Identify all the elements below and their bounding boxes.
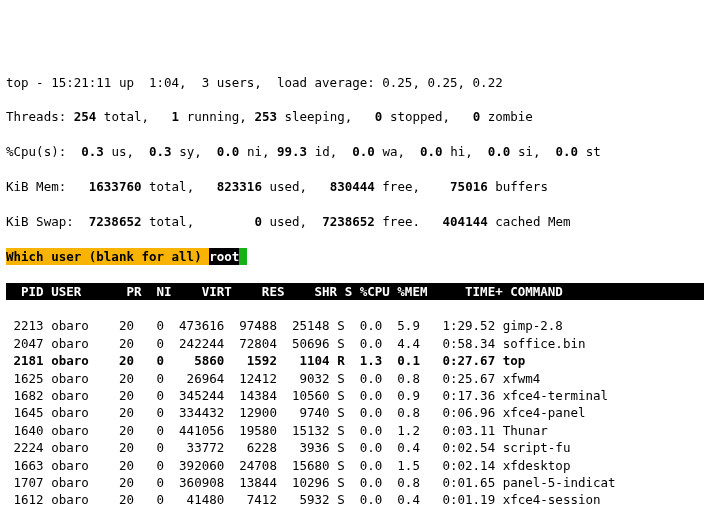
summary-line-uptime: top - 15:21:11 up 1:04, 3 users, load av… bbox=[6, 74, 704, 91]
table-row[interactable]: 1682 obaro 20 0 345244 14384 10560 S 0.0… bbox=[6, 387, 704, 404]
table-row[interactable]: 2181 obaro 20 0 5860 1592 1104 R 1.3 0.1… bbox=[6, 352, 704, 369]
table-row[interactable]: 1612 obaro 20 0 41480 7412 5932 S 0.0 0.… bbox=[6, 491, 704, 505]
prompt-input-value[interactable]: root bbox=[209, 248, 239, 265]
process-table-body: 2213 obaro 20 0 473616 97488 25148 S 0.0… bbox=[6, 317, 704, 505]
table-row[interactable]: 2213 obaro 20 0 473616 97488 25148 S 0.0… bbox=[6, 317, 704, 334]
summary-line-threads: Threads: 254 total, 1 running, 253 sleep… bbox=[6, 108, 704, 125]
table-row[interactable]: 2224 obaro 20 0 33772 6228 3936 S 0.0 0.… bbox=[6, 439, 704, 456]
user-filter-prompt[interactable]: Which user (blank for all) root bbox=[6, 248, 704, 265]
summary-line-swap: KiB Swap: 7238652 total, 0 used, 7238652… bbox=[6, 213, 704, 230]
summary-line-mem: KiB Mem: 1633760 total, 823316 used, 830… bbox=[6, 178, 704, 195]
summary-line-cpu: %Cpu(s): 0.3 us, 0.3 sy, 0.0 ni, 99.3 id… bbox=[6, 143, 704, 160]
text-cursor bbox=[239, 248, 247, 265]
process-table-header: PID USER PR NI VIRT RES SHR S %CPU %MEM … bbox=[6, 283, 704, 300]
table-row[interactable]: 1707 obaro 20 0 360908 13844 10296 S 0.0… bbox=[6, 474, 704, 491]
table-row[interactable]: 1645 obaro 20 0 334432 12900 9740 S 0.0 … bbox=[6, 404, 704, 421]
table-row[interactable]: 1625 obaro 20 0 26964 12412 9032 S 0.0 0… bbox=[6, 370, 704, 387]
table-row[interactable]: 1640 obaro 20 0 441056 19580 15132 S 0.0… bbox=[6, 422, 704, 439]
table-row[interactable]: 1663 obaro 20 0 392060 24708 15680 S 0.0… bbox=[6, 457, 704, 474]
table-row[interactable]: 2047 obaro 20 0 242244 72804 50696 S 0.0… bbox=[6, 335, 704, 352]
prompt-label: Which user (blank for all) bbox=[6, 248, 209, 265]
